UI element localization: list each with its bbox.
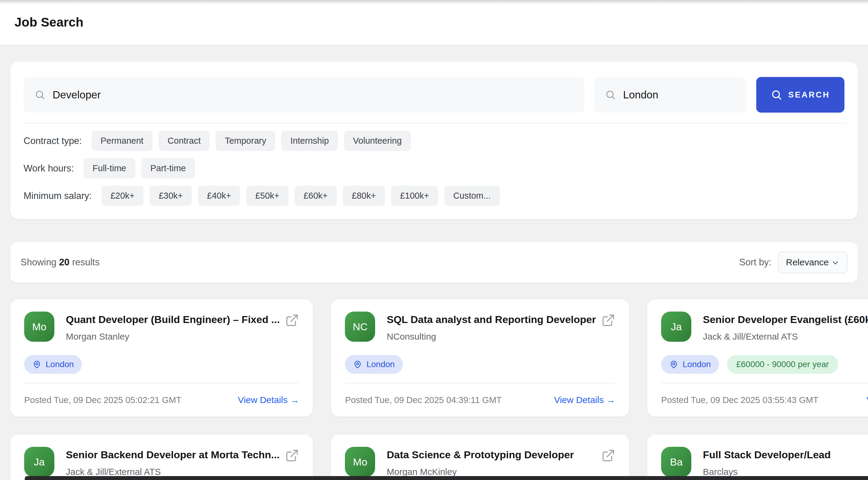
search-icon [605, 89, 616, 100]
company-avatar: Ja [24, 447, 54, 477]
chip-full-time[interactable]: Full-time [84, 158, 135, 179]
results-count-prefix: Showing [21, 257, 57, 267]
company-name: Jack & Jill/External ATS [703, 331, 868, 342]
location-search-input[interactable] [623, 89, 736, 101]
location-pin-icon [353, 360, 362, 369]
job-card: Mo Data Science & Prototyping Developer … [331, 435, 629, 480]
sort-select[interactable]: Relevance [778, 252, 847, 273]
keyword-search-input[interactable] [53, 89, 574, 101]
location-search-field[interactable] [594, 77, 747, 113]
card-divider [661, 383, 868, 383]
job-title[interactable]: Senior Developer Evangelist (£60k-£90k .… [703, 313, 868, 326]
job-results-grid: Mo Quant Developer (Build Engineer) – Fi… [10, 299, 858, 480]
work-hours-label: Work hours: [24, 163, 74, 174]
results-count-text: Showing 20 results [21, 257, 100, 268]
job-card: Ja Senior Backend Developer at Morta Tec… [10, 435, 313, 480]
top-shadow [0, 0, 868, 4]
sort-select-value: Relevance [786, 257, 829, 267]
job-title[interactable]: SQL Data analyst and Reporting Developer [386, 313, 596, 326]
view-details-link[interactable]: View Details → [867, 395, 868, 405]
search-button-label: SEARCH [788, 90, 830, 100]
chip-40k[interactable]: £40k+ [198, 186, 240, 206]
results-bar: Showing 20 results Sort by: Relevance [10, 242, 858, 283]
posted-date: Posted Tue, 09 Dec 2025 04:39:11 GMT [345, 395, 502, 405]
card-divider [24, 383, 299, 383]
external-link-icon[interactable] [285, 313, 299, 327]
search-icon [771, 89, 782, 100]
external-link-icon[interactable] [601, 313, 615, 327]
company-avatar: Mo [24, 312, 54, 342]
company-name: Morgan Stanley [66, 331, 299, 342]
location-badge: London [661, 355, 719, 374]
salary-label: £60000 - 90000 per year [736, 359, 829, 369]
chevron-down-icon [831, 259, 840, 267]
job-card: NC SQL Data analyst and Reporting Develo… [331, 299, 629, 417]
company-name: Barclays [703, 467, 868, 477]
job-title[interactable]: Senior Backend Developer at Morta Techn.… [66, 449, 280, 461]
job-card: Mo Quant Developer (Build Engineer) – Fi… [10, 299, 313, 417]
chip-contract[interactable]: Contract [159, 131, 210, 151]
external-link-icon[interactable] [285, 449, 299, 462]
salary-badge: £60000 - 90000 per year [727, 355, 838, 374]
contract-type-filter-row: Contract type: Permanent Contract Tempor… [24, 131, 844, 151]
job-title[interactable]: Full Stack Developer/Lead [703, 449, 868, 461]
job-title[interactable]: Quant Developer (Build Engineer) – Fixed… [66, 313, 280, 326]
location-label: London [45, 359, 74, 369]
chip-part-time[interactable]: Part-time [141, 158, 195, 179]
location-pin-icon [32, 360, 41, 369]
chip-80k[interactable]: £80k+ [343, 186, 385, 206]
job-card: Ba Full Stack Developer/Lead Barclays [647, 435, 868, 480]
location-badge: London [345, 355, 403, 374]
job-title[interactable]: Data Science & Prototyping Developer [386, 449, 596, 461]
chip-volunteering[interactable]: Volunteering [344, 131, 411, 151]
chip-100k[interactable]: £100k+ [391, 186, 438, 206]
search-filters-divider [22, 123, 846, 124]
card-divider [345, 383, 615, 383]
chip-30k[interactable]: £30k+ [150, 186, 192, 206]
results-count-value: 20 [59, 257, 69, 267]
app-header: Job Search [0, 0, 868, 45]
chip-internship[interactable]: Internship [281, 131, 338, 151]
company-name: Jack & Jill/External ATS [66, 467, 299, 477]
minimum-salary-filter-row: Minimum salary: £20k+ £30k+ £40k+ £50k+ … [24, 186, 844, 206]
company-avatar: NC [345, 312, 375, 342]
chip-50k[interactable]: £50k+ [246, 186, 288, 206]
chip-60k[interactable]: £60k+ [294, 186, 337, 206]
company-name: NConsulting [386, 331, 615, 342]
company-avatar: Mo [345, 447, 375, 477]
chip-temporary[interactable]: Temporary [216, 131, 275, 151]
location-badge: London [24, 355, 82, 374]
search-button[interactable]: SEARCH [756, 77, 844, 113]
keyword-search-field[interactable] [24, 77, 584, 113]
bottom-taskbar-edge [25, 476, 868, 480]
page-title: Job Search [14, 15, 83, 30]
location-pin-icon [669, 360, 678, 369]
minimum-salary-label: Minimum salary: [24, 191, 92, 201]
chip-permanent[interactable]: Permanent [92, 131, 153, 151]
search-panel: SEARCH Contract type: Permanent Contract… [10, 62, 858, 219]
company-avatar: Ba [661, 447, 691, 477]
location-label: London [366, 359, 395, 369]
posted-date: Posted Tue, 09 Dec 2025 05:02:21 GMT [24, 395, 182, 405]
results-count-suffix: results [72, 257, 100, 267]
external-link-icon[interactable] [601, 449, 615, 462]
search-icon [34, 89, 45, 100]
posted-date: Posted Tue, 09 Dec 2025 03:55:43 GMT [661, 395, 818, 405]
location-label: London [683, 359, 711, 369]
contract-type-label: Contract type: [24, 135, 82, 147]
company-name: Morgan McKinley [386, 467, 615, 477]
view-details-link[interactable]: View Details → [238, 395, 299, 405]
company-avatar: Ja [661, 312, 691, 342]
work-hours-filter-row: Work hours: Full-time Part-time [24, 158, 844, 179]
chip-20k[interactable]: £20k+ [101, 186, 144, 206]
view-details-link[interactable]: View Details → [554, 395, 615, 405]
chip-custom[interactable]: Custom... [444, 186, 500, 206]
job-card: Ja Senior Developer Evangelist (£60k-£90… [647, 299, 868, 417]
sort-by-label: Sort by: [739, 257, 771, 268]
